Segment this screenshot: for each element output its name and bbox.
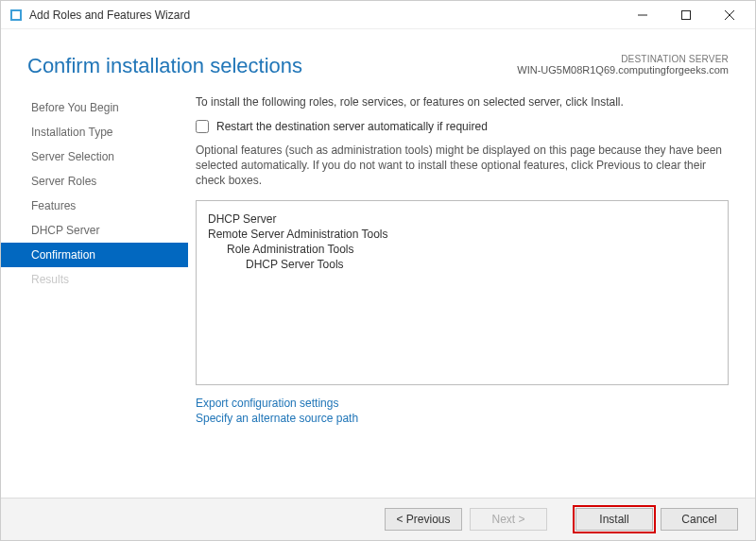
wizard-content: To install the following roles, role ser… bbox=[188, 95, 755, 498]
step-dhcp-server[interactable]: DHCP Server bbox=[1, 218, 188, 243]
window-title: Add Roles and Features Wizard bbox=[29, 8, 621, 22]
config-links: Export configuration settings Specify an… bbox=[196, 397, 729, 427]
restart-option-row: Restart the destination server automatic… bbox=[196, 120, 729, 133]
titlebar: Add Roles and Features Wizard bbox=[1, 1, 755, 29]
selection-item: Remote Server Administration Tools bbox=[208, 228, 716, 241]
next-button: Next > bbox=[470, 508, 547, 531]
maximize-button[interactable] bbox=[664, 1, 708, 29]
svg-rect-3 bbox=[682, 10, 691, 19]
minimize-button[interactable] bbox=[621, 1, 664, 29]
page-title: Confirm installation selections bbox=[27, 54, 302, 78]
wizard-footer: < Previous Next > Install Cancel bbox=[1, 498, 755, 540]
window-controls bbox=[621, 1, 751, 29]
instruction-text: To install the following roles, role ser… bbox=[196, 95, 729, 109]
export-config-link[interactable]: Export configuration settings bbox=[196, 397, 729, 410]
svg-rect-1 bbox=[12, 11, 20, 19]
button-gap bbox=[555, 508, 568, 531]
destination-value: WIN-UG5M08R1Q69.computingforgeeks.com bbox=[517, 64, 729, 76]
destination-server-block: DESTINATION SERVER WIN-UG5M08R1Q69.compu… bbox=[517, 54, 729, 76]
step-installation-type[interactable]: Installation Type bbox=[1, 120, 188, 144]
cancel-button[interactable]: Cancel bbox=[661, 508, 738, 531]
step-before-you-begin[interactable]: Before You Begin bbox=[1, 95, 188, 120]
step-confirmation[interactable]: Confirmation bbox=[1, 243, 188, 267]
destination-label: DESTINATION SERVER bbox=[517, 54, 729, 64]
selection-item: DHCP Server Tools bbox=[246, 258, 716, 271]
wizard-body: Before You Begin Installation Type Serve… bbox=[1, 95, 755, 498]
step-results: Results bbox=[1, 267, 188, 292]
previous-button[interactable]: < Previous bbox=[385, 508, 462, 531]
selections-list: DHCP Server Remote Server Administration… bbox=[196, 200, 729, 385]
step-features[interactable]: Features bbox=[1, 194, 188, 218]
step-server-roles[interactable]: Server Roles bbox=[1, 169, 188, 194]
alternate-source-link[interactable]: Specify an alternate source path bbox=[196, 412, 729, 425]
app-icon bbox=[9, 8, 24, 23]
restart-checkbox-label: Restart the destination server automatic… bbox=[216, 120, 488, 133]
wizard-header: Confirm installation selections DESTINAT… bbox=[1, 29, 755, 95]
optional-features-note: Optional features (such as administratio… bbox=[196, 143, 729, 189]
selection-item: DHCP Server bbox=[208, 212, 716, 226]
restart-checkbox[interactable] bbox=[196, 120, 209, 133]
selection-item: Role Administration Tools bbox=[227, 243, 716, 256]
wizard-steps-sidebar: Before You Begin Installation Type Serve… bbox=[1, 95, 188, 498]
install-button[interactable]: Install bbox=[576, 508, 653, 531]
step-server-selection[interactable]: Server Selection bbox=[1, 144, 188, 169]
close-button[interactable] bbox=[708, 1, 751, 29]
